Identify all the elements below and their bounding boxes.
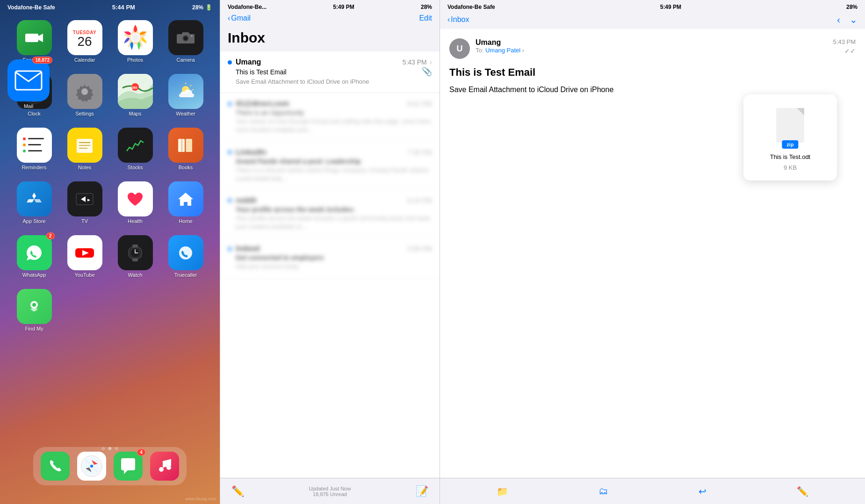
email-row-3[interactable]: LinkedIn 7:30 PM Anand Pande shared a po… bbox=[220, 142, 440, 190]
app-tv[interactable]: ▶ TV bbox=[62, 181, 108, 224]
email-preview-5: Add your resume today bbox=[228, 262, 432, 271]
home-battery: 28% 🔋 bbox=[192, 4, 212, 11]
svg-point-32 bbox=[23, 150, 26, 152]
app-notes[interactable]: Notes bbox=[62, 128, 108, 170]
app-grid: FaceTime Tuesday 26 Calendar bbox=[0, 13, 220, 339]
footer-new-message-icon[interactable]: 📝 bbox=[416, 485, 428, 497]
next-message-icon[interactable]: ⌄ bbox=[850, 14, 858, 25]
app-maps[interactable]: 280 Maps bbox=[112, 74, 158, 116]
app-maps-label: Maps bbox=[129, 111, 142, 116]
app-settings-label: Settings bbox=[75, 111, 94, 116]
unread-dot-2 bbox=[228, 102, 232, 106]
app-youtube[interactable]: YouTube bbox=[62, 235, 108, 278]
app-camera[interactable]: Camera bbox=[163, 20, 209, 63]
unread-dot-1 bbox=[228, 60, 232, 65]
dock-music[interactable] bbox=[150, 452, 179, 481]
youtube-icon bbox=[74, 243, 95, 263]
weather-icon bbox=[175, 81, 196, 102]
svg-point-20 bbox=[81, 88, 88, 95]
email-time-4: 6:15 PM bbox=[408, 197, 432, 204]
app-calendar[interactable]: Tuesday 26 Calendar bbox=[62, 20, 108, 63]
phone-icon bbox=[46, 457, 64, 475]
zip-file-bg bbox=[776, 108, 804, 143]
app-weather[interactable]: Weather bbox=[163, 74, 209, 116]
attachment-card[interactable]: zip This is Test.odt 9 KB bbox=[743, 94, 837, 180]
reply-icon[interactable]: ↩ bbox=[699, 486, 706, 497]
app-findmy-label: Find My bbox=[25, 326, 43, 331]
app-photos[interactable]: Photos bbox=[112, 20, 158, 63]
dock: 4 bbox=[33, 447, 187, 485]
dock-phone[interactable] bbox=[41, 452, 70, 481]
app-calendar-label: Calendar bbox=[74, 57, 95, 63]
unread-dot-4 bbox=[228, 198, 232, 202]
app-whatsapp[interactable]: 2 WhatsApp bbox=[11, 235, 57, 278]
dock-messages[interactable]: 4 bbox=[114, 452, 143, 481]
detail-back-button[interactable]: ‹ Inbox bbox=[447, 15, 469, 24]
attachment-name: This is Test.odt bbox=[770, 153, 810, 160]
app-settings[interactable]: Settings bbox=[62, 74, 108, 116]
dock-safari[interactable] bbox=[77, 452, 106, 481]
detail-body: U Umang To: Umang Patel › 5:43 PM ✓✓ Thi… bbox=[440, 29, 865, 478]
tv-icon: ▶ bbox=[74, 189, 95, 209]
svg-point-30 bbox=[23, 144, 26, 146]
email-subject-1: This is Test Email bbox=[228, 68, 287, 76]
health-icon bbox=[125, 189, 145, 209]
app-appstore[interactable]: App Store bbox=[11, 181, 57, 224]
email-sender-5: Indeed bbox=[228, 245, 260, 253]
svg-point-3 bbox=[131, 34, 139, 42]
maps-icon: 280 bbox=[118, 74, 153, 109]
detail-battery: 28% bbox=[846, 4, 858, 10]
email-row-4[interactable]: reddit 6:15 PM Your profile across the w… bbox=[220, 190, 440, 238]
facetime-icon bbox=[24, 28, 44, 48]
calendar-date: 26 bbox=[77, 35, 92, 48]
detail-nav-right: ‹ ⌄ bbox=[837, 14, 858, 25]
messages-icon bbox=[119, 457, 137, 475]
app-photos-label: Photos bbox=[127, 57, 143, 63]
app-stocks[interactable]: Stocks bbox=[112, 128, 158, 170]
email-subject-5: Get connected to employers bbox=[228, 254, 432, 261]
inbox-edit-button[interactable]: Edit bbox=[419, 14, 432, 22]
footer-updated: Updated Just Now bbox=[309, 486, 351, 491]
inbox-nav-bar: ‹ Gmail Edit bbox=[220, 12, 440, 26]
app-health[interactable]: Health bbox=[112, 181, 158, 224]
inbox-title-bar: Inbox bbox=[220, 26, 440, 51]
app-findmy[interactable]: Find My bbox=[11, 289, 57, 331]
email-preview-1: Save Email Attachment to iCloud Drive on… bbox=[228, 78, 432, 86]
app-facetime[interactable]: FaceTime bbox=[11, 20, 57, 63]
archive-icon[interactable]: 📁 bbox=[497, 486, 508, 497]
email-row-5[interactable]: Indeed 5:00 PM Get connected to employer… bbox=[220, 238, 440, 278]
attachment-size: 9 KB bbox=[784, 164, 797, 171]
app-books-label: Books bbox=[179, 165, 193, 170]
email-preview-2: Your article on how through iCloud and s… bbox=[228, 117, 432, 134]
email-row-2[interactable]: 41@direct.com 8:41 PM There is an Opport… bbox=[220, 93, 440, 141]
books-icon bbox=[175, 135, 196, 156]
email-detail-screen: Vodafone-Be Safe 5:49 PM 28% ‹ Inbox ‹ ⌄… bbox=[440, 0, 865, 504]
messages-badge: 4 bbox=[137, 449, 145, 456]
mail-badge: 18,872 bbox=[32, 57, 52, 64]
folder-icon[interactable]: 🗂 bbox=[598, 486, 608, 497]
app-clock-label: Clock bbox=[28, 111, 41, 116]
inbox-back-label: Gmail bbox=[231, 14, 251, 22]
prev-message-icon[interactable]: ‹ bbox=[837, 14, 840, 25]
footer-compose-icon[interactable]: ✏️ bbox=[231, 485, 244, 497]
app-weather-label: Weather bbox=[176, 111, 195, 116]
app-books[interactable]: Books bbox=[163, 128, 209, 170]
app-youtube-label: YouTube bbox=[74, 272, 94, 278]
truecaller-icon bbox=[175, 243, 196, 263]
svg-rect-39 bbox=[186, 139, 192, 152]
appstore-icon bbox=[24, 189, 44, 209]
detail-recipient[interactable]: Umang Patel bbox=[485, 47, 520, 54]
compose-icon[interactable]: ✏️ bbox=[797, 486, 808, 497]
inbox-back-button[interactable]: ‹ Gmail bbox=[228, 14, 251, 22]
app-truecaller[interactable]: Truecaller bbox=[163, 235, 209, 278]
app-home[interactable]: Home bbox=[163, 181, 209, 224]
svg-rect-38 bbox=[178, 139, 185, 152]
app-watch[interactable]: Watch bbox=[112, 235, 158, 278]
detail-carrier: Vodafone-Be Safe bbox=[447, 4, 495, 10]
svg-rect-31 bbox=[28, 144, 41, 145]
email-row-1[interactable]: Umang 5:43 PM › This is Test Email 📎 Sav… bbox=[220, 51, 440, 93]
app-reminders[interactable]: Reminders bbox=[11, 128, 57, 170]
app-mail-wrap[interactable]: 18,872 Mail bbox=[7, 59, 50, 109]
mail-big-icon bbox=[14, 70, 43, 91]
svg-text:280: 280 bbox=[131, 86, 137, 90]
